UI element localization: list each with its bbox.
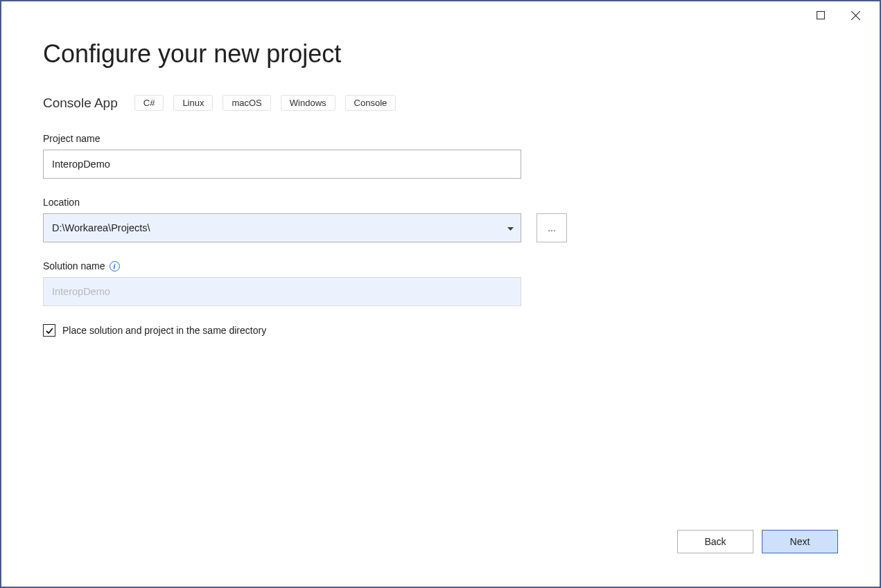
chevron-down-icon <box>507 222 514 233</box>
svg-marker-3 <box>507 227 514 231</box>
maximize-icon <box>817 11 825 19</box>
next-button[interactable]: Next <box>762 530 838 553</box>
location-label: Location <box>43 197 838 208</box>
template-info-row: Console App C# Linux macOS Windows Conso… <box>43 95 838 111</box>
location-combo[interactable]: D:\Workarea\Projects\ <box>43 213 521 242</box>
check-icon <box>45 326 54 335</box>
location-value: D:\Workarea\Projects\ <box>52 222 150 233</box>
tag: Linux <box>173 95 213 111</box>
back-button[interactable]: Back <box>677 530 753 553</box>
tag: Console <box>345 95 396 111</box>
browse-button[interactable]: ... <box>537 213 567 242</box>
same-directory-checkbox[interactable] <box>43 324 55 337</box>
project-name-input[interactable] <box>43 150 521 179</box>
template-name: Console App <box>43 96 118 111</box>
tag: C# <box>134 95 164 111</box>
close-icon <box>851 11 860 20</box>
page-title: Configure your new project <box>43 39 838 69</box>
solution-name-input: InteropDemo <box>43 277 521 306</box>
tag: Windows <box>281 95 335 111</box>
info-icon[interactable]: i <box>110 261 120 271</box>
close-button[interactable] <box>845 5 866 26</box>
solution-name-label: Solution name <box>43 260 105 271</box>
tag: macOS <box>223 95 270 111</box>
project-name-label: Project name <box>43 133 838 144</box>
maximize-button[interactable] <box>810 5 831 26</box>
same-directory-label: Place solution and project in the same d… <box>62 325 266 336</box>
svg-rect-0 <box>817 12 825 19</box>
